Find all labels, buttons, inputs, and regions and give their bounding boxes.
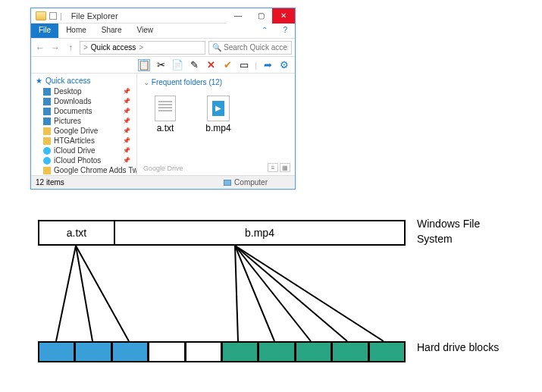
pin-icon: 📌 xyxy=(123,88,133,95)
disk-block xyxy=(113,343,149,361)
paste-icon[interactable]: 📋 xyxy=(138,59,150,71)
status-item-count: 12 items xyxy=(36,178,64,187)
section-header[interactable]: ⌄ Frequent folders (12) xyxy=(143,77,289,91)
sidebar: ★ Quick access Desktop📌Downloads📌Documen… xyxy=(31,74,137,175)
address-bar[interactable]: > Quick access > xyxy=(80,41,205,55)
sidebar-header[interactable]: ★ Quick access xyxy=(31,75,136,86)
help-icon[interactable]: ? xyxy=(275,24,295,38)
file-name: b.mp4 xyxy=(205,123,230,133)
video-file-icon xyxy=(207,96,230,121)
label-harddrive: Hard drive blocks xyxy=(417,341,499,353)
status-bar: 12 items Computer xyxy=(31,175,295,189)
disk-block xyxy=(39,343,76,361)
content-hint: Google Drive xyxy=(143,165,183,172)
back-button[interactable]: ← xyxy=(34,42,46,54)
chevron-down-icon: ⌄ xyxy=(143,78,149,86)
close-button[interactable]: ✕ xyxy=(272,8,295,24)
view-icons-icon[interactable]: ▦ xyxy=(280,163,290,172)
sidebar-item-label: iCloud Drive xyxy=(54,146,95,155)
file-item[interactable]: a.txt xyxy=(146,96,184,133)
svg-line-0 xyxy=(56,246,76,341)
quickbar-icon xyxy=(49,12,57,20)
sidebar-item-label: Downloads xyxy=(54,97,91,105)
search-input[interactable] xyxy=(224,43,288,52)
fs-cell-a: a.txt xyxy=(39,221,115,244)
pin-icon: 📌 xyxy=(123,127,133,134)
breadcrumb[interactable]: Quick access xyxy=(91,43,136,52)
forward-button[interactable]: → xyxy=(49,42,61,54)
sidebar-item[interactable]: iCloud Photos📌 xyxy=(31,155,136,165)
sidebar-item[interactable]: Google Chrome Adds Two Way📌 xyxy=(31,165,136,175)
ic-icon xyxy=(43,147,51,155)
sidebar-item[interactable]: iCloud Drive📌 xyxy=(31,146,136,155)
pin-icon: 📌 xyxy=(123,147,133,154)
tab-file[interactable]: File xyxy=(31,24,58,38)
titlebar: | File Explorer — ▢ ✕ xyxy=(31,8,295,24)
htg-icon xyxy=(43,137,51,145)
apply-icon[interactable]: ✔ xyxy=(221,59,233,71)
computer-icon xyxy=(224,180,231,186)
new-folder-icon[interactable]: ▭ xyxy=(238,59,250,71)
address-row: ← → ↑ > Quick access > 🔍 xyxy=(31,39,295,57)
text-file-icon xyxy=(155,96,176,121)
svg-line-4 xyxy=(235,246,274,341)
share-icon[interactable]: ➦ xyxy=(262,59,274,71)
tab-home[interactable]: Home xyxy=(58,24,94,38)
breadcrumb-sep: > xyxy=(139,43,143,52)
tab-view[interactable]: View xyxy=(130,24,161,38)
delete-icon[interactable]: ✕ xyxy=(205,59,217,71)
disk-block xyxy=(76,343,112,361)
disk-block xyxy=(370,343,404,361)
svg-line-3 xyxy=(235,246,238,341)
svg-line-7 xyxy=(235,246,384,341)
maximize-button[interactable]: ▢ xyxy=(249,8,272,24)
search-icon: 🔍 xyxy=(212,43,221,52)
file-item[interactable]: b.mp4 xyxy=(199,96,237,133)
pin-icon: 📌 xyxy=(123,98,133,105)
minimize-button[interactable]: — xyxy=(227,8,249,24)
breadcrumb-sep: > xyxy=(83,43,88,52)
disk-block xyxy=(149,343,186,361)
sidebar-item-label: Google Drive xyxy=(54,127,98,135)
pic-icon xyxy=(43,118,51,125)
pin-icon: 📌 xyxy=(123,118,133,124)
cut-icon[interactable]: ✂ xyxy=(155,59,167,71)
sidebar-item[interactable]: HTGArticles📌 xyxy=(31,136,136,146)
view-details-icon[interactable]: ≡ xyxy=(268,163,278,172)
sidebar-item-label: Documents xyxy=(54,107,92,115)
sidebar-item-label: HTGArticles xyxy=(54,136,95,145)
tab-share[interactable]: Share xyxy=(94,24,130,38)
sidebar-item[interactable]: Downloads📌 xyxy=(31,96,136,106)
pin-icon: 📌 xyxy=(123,157,133,164)
copy-icon[interactable]: 📄 xyxy=(171,59,183,71)
quick-toolbar: 📋 ✂ 📄 ✎ ✕ ✔ ▭ | ➦ ⚙ xyxy=(31,57,295,74)
filesystem-row: a.txt b.mp4 xyxy=(38,220,406,246)
folder-icon xyxy=(36,11,46,20)
sidebar-item[interactable]: Desktop📌 xyxy=(31,86,136,96)
disk-block xyxy=(186,343,223,361)
up-button[interactable]: ↑ xyxy=(64,42,77,54)
more-icon[interactable]: ⚙ xyxy=(278,59,290,71)
sidebar-item[interactable]: Pictures📌 xyxy=(31,116,136,126)
ip-icon xyxy=(43,157,51,165)
sidebar-item[interactable]: Google Drive📌 xyxy=(31,126,136,136)
svg-line-6 xyxy=(235,246,347,341)
search-box[interactable]: 🔍 xyxy=(208,41,292,55)
status-computer[interactable]: Computer xyxy=(224,178,290,187)
ribbon-expand-icon[interactable]: ⌃ xyxy=(254,24,275,38)
sidebar-item[interactable]: Documents📌 xyxy=(31,106,136,116)
filesystem-diagram: a.txt b.mp4 Windows FileSystem Hard driv… xyxy=(23,212,523,379)
rename-icon[interactable]: ✎ xyxy=(188,59,200,71)
sidebar-item-label: Pictures xyxy=(54,117,81,125)
pin-icon: 📌 xyxy=(123,137,133,144)
label-filesystem: Windows FileSystem xyxy=(417,217,480,246)
fol-icon xyxy=(43,167,51,174)
desktop-icon xyxy=(43,88,51,96)
mapping-lines xyxy=(38,246,406,341)
file-name: a.txt xyxy=(157,123,174,133)
star-icon: ★ xyxy=(36,77,42,85)
disk-block xyxy=(259,343,296,361)
quickbar-sep: | xyxy=(60,11,62,20)
ribbon-tabs: File Home Share View ⌃ ? xyxy=(31,24,295,39)
dl-icon xyxy=(43,98,51,105)
